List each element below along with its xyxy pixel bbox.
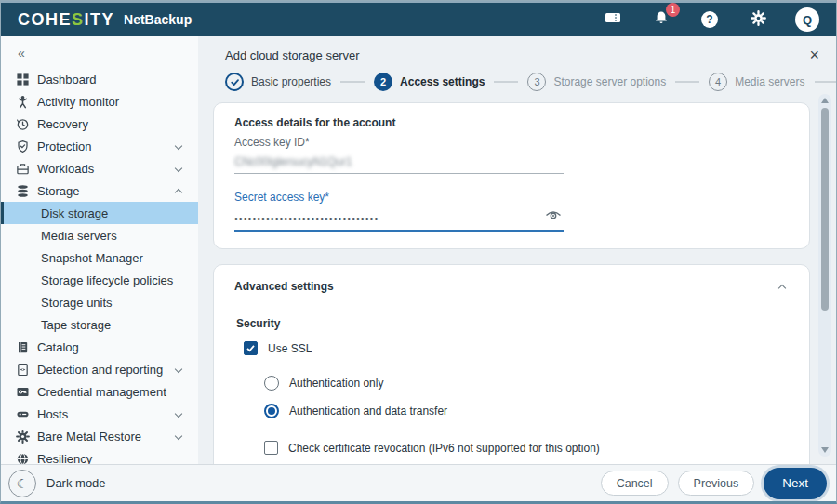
sidebar-collapse-button[interactable]: «: [1, 40, 198, 68]
step-label: Storage server options: [553, 75, 666, 88]
cert-revocation-checkbox[interactable]: [264, 441, 278, 455]
storage-database-icon: [15, 183, 30, 198]
sidebar-item-resiliency[interactable]: Resiliency: [1, 447, 198, 464]
activity-monitor-icon: [15, 94, 30, 109]
step-connector: [494, 81, 518, 83]
secret-key-label: Secret access key*: [234, 191, 789, 204]
top-bar: COHESITY NetBackup 1 ? Q: [1, 1, 836, 36]
sidebar-subitem-label: Media servers: [41, 229, 117, 243]
briefcase-icon: [15, 161, 30, 176]
scroll-down-arrow[interactable]: [821, 447, 829, 453]
report-eye-icon: [15, 362, 30, 377]
step-label: Media servers: [735, 75, 804, 88]
ticket-button[interactable]: [602, 8, 624, 31]
authentication-and-data-row: Authentication and data transfer: [264, 404, 789, 418]
settings-button[interactable]: [747, 8, 769, 31]
moon-icon: ☾: [8, 470, 36, 497]
topbar-actions: 1 ? Q: [602, 7, 819, 32]
secret-key-value: ••••••••••••••••••••••••••••••••: [234, 213, 379, 224]
advanced-settings-header[interactable]: Advanced settings: [234, 280, 789, 293]
step-connector: [815, 81, 837, 83]
next-button[interactable]: Next: [764, 468, 827, 499]
logo-text-end: ITY: [85, 10, 115, 29]
sidebar-subitem-label: Disk storage: [41, 206, 108, 220]
notification-badge: 1: [666, 3, 680, 17]
sidebar-item-credential-management[interactable]: Credential management: [1, 380, 198, 403]
sidebar-item-workloads[interactable]: Workloads: [1, 157, 198, 179]
cancel-button[interactable]: Cancel: [601, 471, 669, 496]
sidebar-item-storage-lifecycle-policies[interactable]: Storage lifecycle policies: [1, 269, 198, 291]
dark-mode-label: Dark mode: [46, 476, 106, 490]
previous-button[interactable]: Previous: [678, 471, 755, 496]
sidebar-item-bare-metal-restore[interactable]: Bare Metal Restore: [1, 425, 198, 447]
scrollbar-thumb[interactable]: [821, 108, 829, 311]
sidebar-item-label: Recovery: [37, 117, 88, 131]
sidebar-item-label: Catalog: [37, 340, 79, 354]
resiliency-globe-icon: [15, 451, 30, 464]
advanced-settings-heading: Advanced settings: [234, 280, 334, 293]
sidebar-item-protection[interactable]: Protection: [1, 135, 198, 157]
cohesity-logo[interactable]: COHESITY: [18, 10, 114, 30]
access-details-card: Access details for the account Access ke…: [213, 102, 810, 249]
logo-text: COHE: [18, 10, 72, 29]
sidebar-item-media-servers[interactable]: Media servers: [1, 224, 198, 246]
step-access-settings[interactable]: 2 Access settings: [374, 73, 485, 91]
hosts-server-icon: [15, 406, 30, 421]
shield-check-icon: [15, 139, 30, 153]
step-basic-properties[interactable]: Basic properties: [225, 73, 331, 91]
show-password-eye-icon[interactable]: [545, 208, 562, 225]
sidebar-item-dashboard[interactable]: Dashboard: [1, 68, 198, 90]
step-media-servers[interactable]: 4 Media servers: [709, 73, 804, 91]
authentication-only-radio[interactable]: [264, 376, 279, 391]
user-avatar[interactable]: Q: [795, 7, 819, 32]
sidebar-item-hosts[interactable]: Hosts: [1, 403, 198, 425]
cert-revocation-row: Check certificate revocation (IPv6 not s…: [264, 441, 789, 455]
step-connector: [340, 81, 365, 83]
sidebar-item-storage-units[interactable]: Storage units: [1, 291, 198, 313]
sidebar-item-label: Activity monitor: [37, 95, 119, 109]
sidebar-item-detection-and-reporting[interactable]: Detection and reporting: [1, 358, 198, 380]
access-key-input[interactable]: CNc00IglersucyN1Qur1: [234, 149, 564, 174]
help-button[interactable]: ?: [698, 8, 721, 31]
step-number: 2: [374, 73, 392, 91]
sidebar-item-label: Protection: [37, 139, 92, 153]
sidebar-item-label: Resiliency: [37, 452, 92, 465]
text-cursor: [379, 212, 379, 224]
chevron-down-icon: [175, 142, 182, 150]
body-row: « Dashboard Activity monitor Recovery Pr…: [1, 36, 836, 464]
app-window: COHESITY NetBackup 1 ? Q: [0, 0, 837, 504]
chevron-down-icon: [175, 165, 182, 172]
authentication-only-label: Authentication only: [289, 377, 383, 390]
scroll-up-arrow[interactable]: [821, 98, 829, 103]
sidebar-item-disk-storage[interactable]: Disk storage: [1, 202, 198, 224]
catalog-book-icon: [15, 339, 30, 354]
sidebar-item-label: Workloads: [37, 162, 94, 176]
step-storage-server-options[interactable]: 3 Storage server options: [527, 73, 666, 91]
recovery-clock-icon: [15, 116, 30, 131]
sidebar-item-tape-storage[interactable]: Tape storage: [1, 313, 198, 336]
access-key-label: Access key ID*: [234, 136, 789, 149]
footer-bar: ☾ Dark mode Cancel Previous Next: [1, 464, 836, 501]
secret-key-input[interactable]: ••••••••••••••••••••••••••••••••: [234, 204, 564, 232]
cert-revocation-label: Check certificate revocation (IPv6 not s…: [288, 442, 600, 455]
wizard-content: Access details for the account Access ke…: [198, 99, 836, 464]
authentication-only-row: Authentication only: [264, 376, 789, 391]
chevron-down-icon: [175, 432, 182, 440]
ticket-icon: [604, 11, 621, 28]
sidebar-item-recovery[interactable]: Recovery: [1, 113, 198, 135]
sidebar-item-catalog[interactable]: Catalog: [1, 336, 198, 358]
sidebar-item-snapshot-manager[interactable]: Snapshot Manager: [1, 246, 198, 269]
notifications-button[interactable]: 1: [650, 8, 672, 31]
dark-mode-toggle[interactable]: ☾ Dark mode: [8, 470, 106, 497]
step-check-icon: [225, 73, 244, 91]
step-label: Access settings: [400, 75, 485, 88]
authentication-and-data-radio[interactable]: [264, 404, 279, 418]
sidebar-item-label: Hosts: [37, 407, 68, 421]
close-icon[interactable]: ×: [809, 46, 819, 63]
step-label: Basic properties: [251, 75, 331, 88]
chevron-down-icon: [175, 410, 182, 418]
sidebar-item-storage[interactable]: Storage: [1, 179, 198, 202]
use-ssl-checkbox[interactable]: [244, 341, 258, 355]
step-connector: [675, 81, 699, 83]
sidebar-item-activity-monitor[interactable]: Activity monitor: [1, 90, 198, 113]
